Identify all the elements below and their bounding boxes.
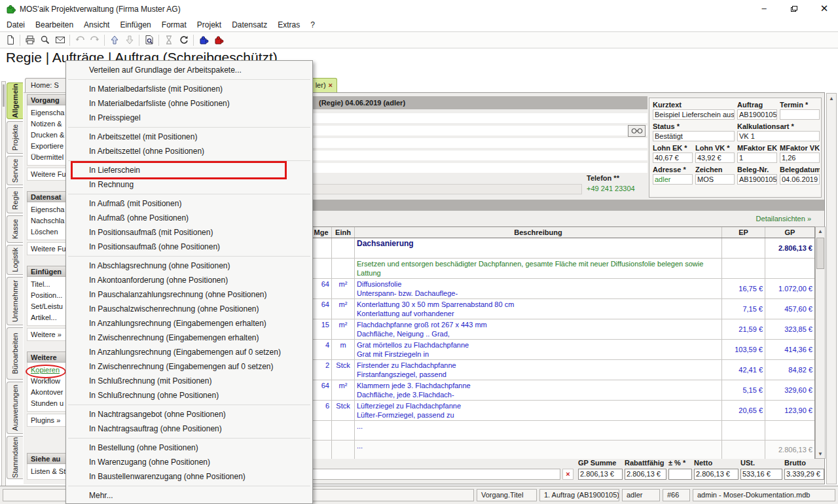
lohn-vk-field[interactable]: 43,92 € bbox=[695, 153, 735, 163]
cell-einheit[interactable] bbox=[332, 259, 355, 278]
page-scrollbar[interactable]: ▲ bbox=[826, 93, 837, 484]
side-tab-logistik[interactable]: Logistik bbox=[7, 245, 23, 275]
cell-beschreibung[interactable]: Flachdachpfanne groß rot 267 x 443 mmDac… bbox=[355, 319, 722, 339]
menu-item-in-positionsaufmaß-ohne-positionen[interactable]: In Positionsaufmaß (ohne Positionen) bbox=[66, 240, 312, 254]
cell-gp[interactable]: 414,36 € bbox=[765, 340, 814, 359]
mfaktor-vk-field[interactable]: 1,26 bbox=[780, 153, 820, 163]
menu-extras[interactable]: Extras bbox=[272, 18, 305, 31]
side-tab-regie[interactable]: Regie bbox=[7, 187, 23, 213]
menu-einfgen[interactable]: Einfügen bbox=[115, 18, 156, 31]
restore-button[interactable] bbox=[780, 0, 808, 18]
menu-format[interactable]: Format bbox=[156, 18, 192, 31]
refresh-icon[interactable] bbox=[176, 33, 191, 46]
delete-x-icon[interactable]: × bbox=[562, 469, 574, 480]
menu-item-in-nachtragsauftrag-ohne-positionen[interactable]: In Nachtragsauftrag (ohne Positionen) bbox=[66, 422, 312, 436]
telefon-value[interactable]: +49 241 23304 bbox=[587, 185, 639, 194]
cell-beschreibung[interactable]: Ersetzen und entsorgen beschädigter Dach… bbox=[355, 259, 722, 278]
cell-einheit[interactable]: m bbox=[332, 340, 355, 359]
menu-item-in-schlußrechnung-mit-positionen[interactable]: In Schlußrechnung (mit Positionen) bbox=[66, 374, 312, 388]
cell-menge[interactable]: 6 bbox=[311, 401, 332, 420]
beleg-nr-field[interactable]: AB1900105 bbox=[737, 174, 777, 185]
cell-einheit[interactable]: Stck bbox=[332, 401, 355, 420]
col-header-mge[interactable]: Mge bbox=[311, 227, 332, 238]
cell-beschreibung[interactable]: Lüfterziegel zu FlachdachpfanneLüfter-Fo… bbox=[355, 401, 722, 420]
cell-gp[interactable] bbox=[765, 259, 814, 278]
panel-splitter[interactable] bbox=[1, 81, 6, 497]
cell-einheit[interactable] bbox=[332, 238, 355, 258]
scroll-down-icon[interactable]: ▼ bbox=[816, 451, 825, 457]
total-value-4[interactable]: 533,16 € bbox=[740, 469, 782, 480]
total-value-3[interactable]: 2.806,13 € bbox=[694, 469, 738, 480]
cell-ep[interactable]: 20,65 € bbox=[722, 401, 765, 420]
plugin-red-icon[interactable] bbox=[211, 33, 226, 46]
cell-beschreibung[interactable]: Klammern jede 3. FlachdachpfanneDachfläc… bbox=[355, 380, 722, 400]
page-scroll-up-icon[interactable]: ▲ bbox=[827, 96, 836, 101]
close-button[interactable]: ✕ bbox=[811, 0, 838, 18]
cell-menge[interactable]: 4 bbox=[311, 340, 332, 359]
menu-item-in-bestellung-ohne-positionen[interactable]: In Bestellung (ohne Positionen) bbox=[66, 441, 312, 455]
menu-item-in-arbeitszettel-ohne-positionen[interactable]: In Arbeitszettel (ohne Positionen) bbox=[66, 144, 312, 158]
tab-close-icon[interactable]: × bbox=[329, 81, 333, 89]
plugin-blue-icon[interactable] bbox=[196, 33, 211, 46]
cell-einheit[interactable]: m² bbox=[332, 279, 355, 298]
status-field[interactable]: Bestätigt bbox=[653, 131, 735, 141]
cell-ep[interactable]: 16,75 € bbox=[722, 279, 765, 298]
menu-item-in-abschlagsrechnung-ohne-positionen[interactable]: In Abschlagsrechnung (ohne Positionen) bbox=[66, 259, 312, 273]
mfaktor-ek-field[interactable]: 1 bbox=[737, 153, 777, 163]
menu-item-in-rechnung[interactable]: In Rechnung bbox=[66, 177, 312, 192]
cell-einheit[interactable]: m² bbox=[332, 380, 355, 400]
cell-menge[interactable]: 64 bbox=[311, 279, 332, 298]
col-header-beschreibung[interactable]: Beschreibung bbox=[355, 227, 722, 238]
cell-beschreibung[interactable]: ... bbox=[355, 421, 722, 440]
menu-item-in-warenzugang-ohne-positionen[interactable]: In Warenzugang (ohne Positionen) bbox=[66, 455, 312, 469]
new-document-icon[interactable] bbox=[3, 33, 18, 46]
email-icon[interactable] bbox=[52, 33, 67, 46]
cell-ep[interactable]: 21,59 € bbox=[722, 319, 765, 339]
menu-item-in-materialbedarfsliste-mit-positionen[interactable]: In Materialbedarfsliste (mit Positionen) bbox=[66, 82, 312, 96]
move-up-icon[interactable] bbox=[107, 33, 122, 46]
col-header-ep[interactable]: EP bbox=[722, 227, 765, 238]
menu-item-in-schlußrechnung-ohne-positionen[interactable]: In Schlußrechnung (ohne Positionen) bbox=[66, 388, 312, 403]
cell-gp[interactable]: 2.806,13 € bbox=[765, 238, 814, 258]
menu-item-in-zwischenrechnung-eingabemengen-auf-0-setzen[interactable]: In Zwischenrechnung (Eingabemengen auf 0… bbox=[66, 359, 312, 374]
print-preview-icon[interactable] bbox=[37, 33, 52, 46]
print-icon[interactable] bbox=[22, 33, 37, 46]
statusbar-cell-2[interactable]: 1. Auftrag (AB1900105) bbox=[539, 489, 619, 501]
cell-einheit[interactable] bbox=[332, 421, 355, 440]
menu-item-in-pauschalanzahlungsrechnung-ohne-positionen[interactable]: In Pauschalanzahlungsrechnung (ohne Posi… bbox=[66, 287, 312, 302]
cell-gp[interactable]: 457,60 € bbox=[765, 299, 814, 319]
menu-ansicht[interactable]: Ansicht bbox=[79, 18, 115, 31]
menu-bearbeiten[interactable]: Bearbeiten bbox=[30, 18, 79, 31]
statusbar-cell-3[interactable]: adler bbox=[622, 489, 660, 501]
cell-ep[interactable] bbox=[722, 259, 765, 278]
cell-beschreibung[interactable]: Dachsanierung bbox=[355, 238, 722, 258]
side-tab-stammdaten[interactable]: Stammdaten bbox=[7, 436, 23, 479]
menu-item-in-anzahlungsrechnung-eingabemengen-erhalten[interactable]: In Anzahlungsrechnung (Eingabemengen erh… bbox=[66, 316, 312, 331]
cell-beschreibung[interactable]: ... bbox=[355, 441, 722, 459]
scroll-thumb[interactable] bbox=[816, 238, 824, 269]
menu-item-in-pauschalzwischenrechnung-ohne-positionen[interactable]: In Pauschalzwischenrechnung (ohne Positi… bbox=[66, 302, 312, 316]
cell-menge[interactable] bbox=[311, 421, 332, 440]
cell-einheit[interactable] bbox=[332, 441, 355, 459]
side-tab-auswertungen[interactable]: Auswertungen bbox=[7, 382, 23, 434]
detailansichten-link[interactable]: Detailansichten » bbox=[756, 215, 811, 223]
total-value-5[interactable]: 3.339,29 € bbox=[784, 469, 824, 480]
cell-menge[interactable]: 64 bbox=[311, 299, 332, 319]
menu-item-in-arbeitszettel-mit-positionen[interactable]: In Arbeitszettel (mit Positionen) bbox=[66, 130, 312, 144]
menu-projekt[interactable]: Projekt bbox=[192, 18, 227, 31]
statusbar-cell-4[interactable]: #66 bbox=[663, 489, 690, 501]
side-tab-allgemein[interactable]: Allgemein bbox=[7, 82, 23, 119]
cell-einheit[interactable]: m² bbox=[332, 319, 355, 339]
cell-ep[interactable] bbox=[722, 421, 765, 440]
scroll-up-icon[interactable]: ▲ bbox=[816, 228, 825, 234]
address-lookup-button[interactable] bbox=[628, 125, 646, 137]
cell-gp[interactable]: 329,60 € bbox=[765, 380, 814, 400]
cell-gp[interactable]: 84,82 € bbox=[765, 360, 814, 380]
total-value-0[interactable]: 2.806,13 € bbox=[578, 469, 623, 480]
cell-ep[interactable]: 42,41 € bbox=[722, 360, 765, 380]
auftrag-field[interactable]: AB1900105 bbox=[737, 109, 777, 120]
menu-item-mehr[interactable]: Mehr... bbox=[66, 488, 312, 503]
menu-item-in-nachtragsangebot-ohne-positionen[interactable]: In Nachtragsangebot (ohne Positionen) bbox=[66, 407, 312, 422]
menu-item-in-materialbedarfsliste-ohne-positionen[interactable]: In Materialbedarfsliste (ohne Positionen… bbox=[66, 96, 312, 111]
zeichen-field[interactable]: MOS bbox=[695, 174, 735, 185]
